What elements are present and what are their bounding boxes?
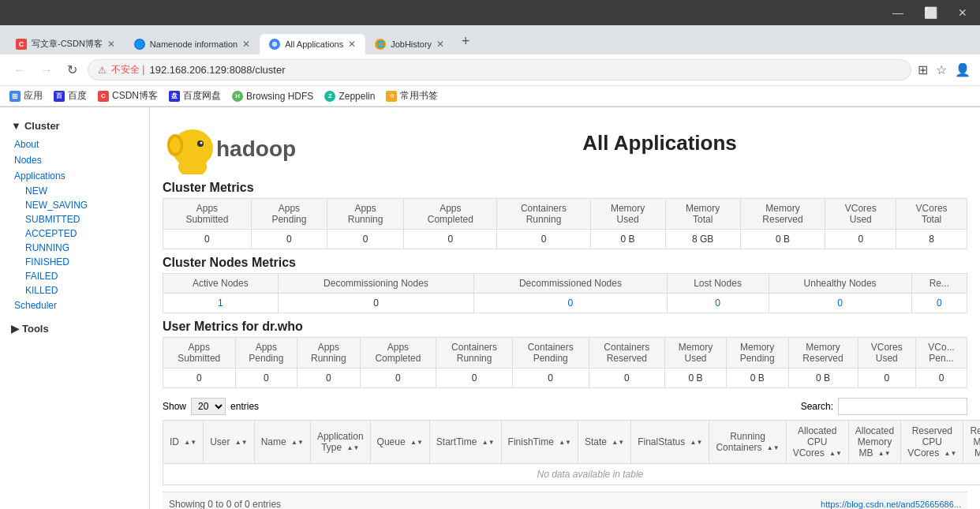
search-input[interactable] xyxy=(838,398,967,415)
entries-select[interactable]: 20 xyxy=(191,398,226,415)
sort-res-cpu[interactable]: ▲▼ xyxy=(944,451,957,457)
td-unhealthy-nodes[interactable]: 0 xyxy=(769,294,911,313)
minimize-button[interactable]: — xyxy=(886,5,910,21)
sort-name[interactable]: ▲▼ xyxy=(291,440,304,446)
td-um-containers-reserved: 0 xyxy=(589,369,665,388)
th-user: User ▲▼ xyxy=(204,421,255,464)
sidebar-link-running[interactable]: RUNNING xyxy=(22,241,149,255)
sidebar-link-accepted[interactable]: ACCEPTED xyxy=(22,226,149,241)
tab-allapps[interactable]: ⊕ All Applications ✕ xyxy=(260,34,365,54)
sidebar-link-new[interactable]: NEW xyxy=(22,184,149,198)
tab-close-allapps[interactable]: ✕ xyxy=(348,39,356,50)
sort-start[interactable]: ▲▼ xyxy=(482,440,495,446)
lost-nodes-link[interactable]: 0 xyxy=(715,298,720,309)
sidebar-cluster-title[interactable]: ▼ Cluster xyxy=(0,115,149,137)
sort-user[interactable]: ▲▼ xyxy=(235,440,248,446)
sidebar-link-killed[interactable]: KILLED xyxy=(22,283,149,298)
active-nodes-link[interactable]: 1 xyxy=(218,298,223,309)
sort-mem[interactable]: ▲▼ xyxy=(878,451,891,457)
th-um-vcores-used: VCoresUsed xyxy=(858,338,915,369)
sidebar-link-finished[interactable]: FINISHED xyxy=(22,255,149,269)
sort-containers[interactable]: ▲▼ xyxy=(767,445,780,451)
th-decommissioning-nodes: Decommissioning Nodes xyxy=(278,274,474,294)
cluster-metrics-section: Cluster Metrics AppsSubmitted AppsPendin… xyxy=(163,181,967,249)
address-text: 192.168.206.129:8088/cluster xyxy=(149,64,285,76)
sidebar-cluster-label: Cluster xyxy=(24,120,60,132)
tab-namenode[interactable]: 🌐 Namenode information ✕ xyxy=(125,34,260,54)
th-starttime: StartTime ▲▼ xyxy=(429,421,501,464)
hadoop-logo-svg: hadoop xyxy=(163,123,336,174)
th-um-containers-running: ContainersRunning xyxy=(436,338,513,369)
reload-button[interactable]: ↻ xyxy=(63,61,81,79)
unhealthy-nodes-link[interactable]: 0 xyxy=(837,298,843,309)
sidebar-link-submitted[interactable]: SUBMITTED xyxy=(22,212,149,226)
close-button[interactable]: ✕ xyxy=(952,5,974,21)
bm-csdn[interactable]: C CSDN博客 xyxy=(98,89,158,103)
tab-favicon-allapps: ⊕ xyxy=(269,39,280,50)
td-active-nodes[interactable]: 1 xyxy=(163,294,279,313)
td-vcores-total: 8 xyxy=(896,230,967,249)
forward-button[interactable]: → xyxy=(36,62,57,79)
sort-type[interactable]: ▲▼ xyxy=(347,445,360,451)
bookmarks-bar: ⊞ 应用 百 百度 C CSDN博客 盘 百度网盘 H Browsing HDF… xyxy=(0,86,980,107)
sidebar-link-scheduler[interactable]: Scheduler xyxy=(11,298,149,313)
sidebar-tools-title[interactable]: ▶ Tools xyxy=(0,318,149,339)
cluster-nodes-title: Cluster Nodes Metrics xyxy=(163,256,967,270)
td-um-apps-submitted: 0 xyxy=(163,369,236,388)
baidu-icon: 百 xyxy=(54,91,65,102)
bm-hdfs[interactable]: H Browsing HDFS xyxy=(232,91,313,102)
sidebar-link-new-saving[interactable]: NEW_SAVING xyxy=(22,198,149,212)
no-data-cell: No data available in table xyxy=(163,464,981,485)
decommissioned-nodes-link[interactable]: 0 xyxy=(568,298,574,309)
bm-zeppelin[interactable]: Z Zeppelin xyxy=(324,91,375,102)
sidebar-link-about[interactable]: About xyxy=(11,137,149,152)
td-decommissioning-nodes: 0 xyxy=(278,294,474,313)
rebooted-nodes-link[interactable]: 0 xyxy=(937,298,942,309)
sort-finalstatus[interactable]: ▲▼ xyxy=(690,440,703,446)
sort-finish[interactable]: ▲▼ xyxy=(559,440,571,446)
sidebar: ▼ Cluster About Nodes Applications NEW N… xyxy=(0,107,150,509)
sidebar-link-failed[interactable]: FAILED xyxy=(22,269,149,283)
bm-apps[interactable]: ⊞ 应用 xyxy=(9,89,43,103)
td-memory-reserved: 0 B xyxy=(740,230,825,249)
new-tab-button[interactable]: + xyxy=(454,28,478,54)
th-finishtime: FinishTime ▲▼ xyxy=(501,421,578,464)
profile-icon[interactable]: 👤 xyxy=(955,62,971,77)
maximize-button[interactable]: ⬜ xyxy=(918,5,944,21)
th-memory-total: MemoryTotal xyxy=(665,199,740,230)
td-containers-running: 0 xyxy=(497,230,590,249)
tab-favicon-namenode: 🌐 xyxy=(134,39,145,50)
bookmark-icon[interactable]: ☆ xyxy=(936,62,947,77)
td-um-containers-pending: 0 xyxy=(512,369,589,388)
td-rebooted-nodes[interactable]: 0 xyxy=(911,294,967,313)
sort-state[interactable]: ▲▼ xyxy=(612,440,624,446)
sidebar-link-nodes[interactable]: Nodes xyxy=(11,152,149,168)
tab-close-jobhistory[interactable]: ✕ xyxy=(436,39,444,50)
bm-baiduwp[interactable]: 盘 百度网盘 xyxy=(169,89,221,103)
sort-queue[interactable]: ▲▼ xyxy=(410,440,423,446)
td-um-apps-completed: 0 xyxy=(360,369,436,388)
hdfs-icon: H xyxy=(232,91,243,102)
extensions-icon[interactable]: ⊞ xyxy=(918,62,928,77)
tab-close-csdn[interactable]: ✕ xyxy=(107,39,115,50)
td-decommissioned-nodes[interactable]: 0 xyxy=(474,294,667,313)
td-lost-nodes[interactable]: 0 xyxy=(667,294,769,313)
back-button[interactable]: ← xyxy=(9,62,30,79)
cluster-nodes-data-row: 1 0 0 0 0 0 xyxy=(163,294,967,313)
sidebar-link-applications[interactable]: Applications xyxy=(11,168,149,184)
cluster-nodes-header-row: Active Nodes Decommissioning Nodes Decom… xyxy=(163,274,967,294)
sidebar-tools-section: ▶ Tools xyxy=(0,318,149,339)
address-bar[interactable]: ⚠ 不安全 | 192.168.206.129:8088/cluster xyxy=(88,59,911,80)
bm-bookmarks[interactable]: ☆ 常用书签 xyxy=(386,89,438,103)
bm-csdn-label: CSDN博客 xyxy=(112,89,158,103)
sort-id[interactable]: ▲▼ xyxy=(184,440,196,446)
tab-csdn[interactable]: C 写文章-CSDN博客 ✕ xyxy=(6,33,125,54)
sort-cpu[interactable]: ▲▼ xyxy=(829,451,842,457)
th-vcores-used: VCoresUsed xyxy=(825,199,896,230)
td-apps-completed: 0 xyxy=(404,230,497,249)
footer-link[interactable]: https://blog.csdn.net/and52665686... xyxy=(821,500,961,509)
bm-baidu[interactable]: 百 百度 xyxy=(54,89,87,103)
tab-jobhistory[interactable]: 🌐 JobHistory ✕ xyxy=(365,34,454,54)
th-um-memory-reserved: MemoryReserved xyxy=(788,338,858,369)
tab-close-namenode[interactable]: ✕ xyxy=(242,39,250,50)
